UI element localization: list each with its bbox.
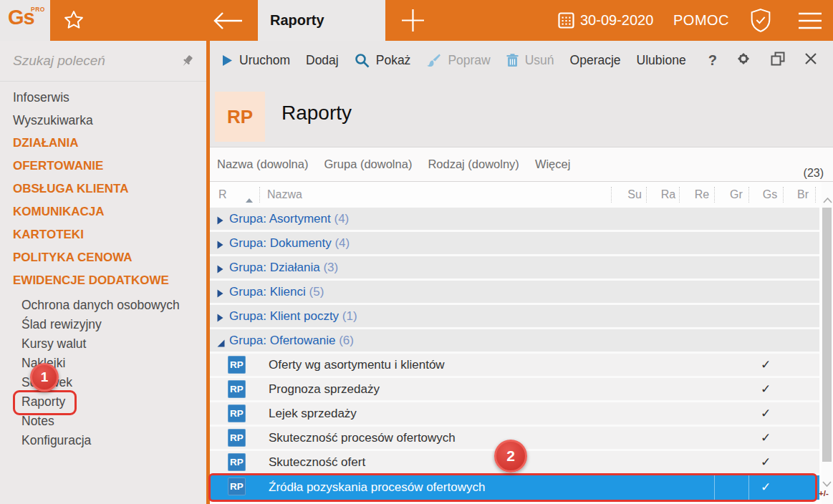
sidebar-item-ochrona-danych-osobowych[interactable]: Ochrona danych osobowych <box>0 296 206 315</box>
group-row-label: Grupa: Asortyment (4) <box>229 208 349 230</box>
shield-icon[interactable] <box>749 8 772 36</box>
toolbar-button-dodaj[interactable]: Dodaj <box>306 53 339 68</box>
column-header-r[interactable]: R <box>218 182 227 208</box>
report-row-lejek-sprzedaży[interactable]: RPLejek sprzedaży✓ <box>210 402 819 427</box>
toolbar-buttons: UruchomDodajPokażPoprawUsuńOperacjeUlubi… <box>222 53 702 68</box>
play-icon <box>222 54 233 67</box>
report-name: Skuteczność procesów ofertowych <box>269 427 456 449</box>
customize-gear-icon[interactable] <box>736 51 751 70</box>
sidebar-item-ofertowanie[interactable]: OFERTOWANIE <box>0 155 206 178</box>
app-logo[interactable]: Gs PRO <box>0 0 50 41</box>
annotation-badge-1: 1 <box>30 363 59 392</box>
column-header-ra[interactable]: Ra <box>652 182 685 208</box>
toolbar-button-operacje[interactable]: Operacje <box>570 53 621 68</box>
cascade-windows-icon[interactable] <box>770 51 786 70</box>
toolbar-button-label: Operacje <box>570 53 621 68</box>
filter-nazwa-dowolna[interactable]: Nazwa (dowolna) <box>217 147 308 180</box>
collapsed-triangle-icon[interactable] <box>217 312 223 325</box>
group-row-klient-poczty[interactable]: Grupa: Klient poczty (1) <box>210 305 819 329</box>
plus-minus-label: +/- <box>819 489 829 498</box>
group-prefix: Grupa: <box>229 236 266 250</box>
scrollbar-thumb[interactable] <box>822 208 832 462</box>
column-separator <box>611 187 612 203</box>
help-question-icon[interactable]: ? <box>708 52 717 69</box>
group-row-klienci[interactable]: Grupa: Klienci (5) <box>210 281 819 305</box>
group-name: Klient poczty <box>270 309 339 323</box>
filter-grupa-dowolna[interactable]: Grupa (dowolna) <box>324 147 412 180</box>
brush-icon <box>426 54 441 67</box>
tab-raporty[interactable]: Raporty <box>258 0 385 41</box>
report-row-prognoza-sprzedaży[interactable]: RPPrognoza sprzedaży✓ <box>210 378 819 402</box>
collapsed-triangle-icon[interactable] <box>217 215 223 228</box>
column-separator <box>783 187 784 203</box>
toolbar-button-pokaż[interactable]: Pokaż <box>355 53 411 68</box>
group-prefix: Grupa: <box>229 334 266 347</box>
column-separator <box>679 187 680 203</box>
sidebar-item-ewidencje-dodatkowe[interactable]: EWIDENCJE DODATKOWE <box>0 269 206 292</box>
filter-rodzaj-dowolny[interactable]: Rodzaj (dowolny) <box>428 147 519 180</box>
new-tab-plus-icon[interactable] <box>400 7 426 37</box>
group-prefix: Grupa: <box>229 212 266 226</box>
column-separator <box>748 187 749 203</box>
back-arrow-icon[interactable] <box>212 10 244 34</box>
favorites-star-icon[interactable] <box>63 9 85 34</box>
scroll-up-icon[interactable] <box>823 193 832 206</box>
toolbar-button-usuń[interactable]: Usuń <box>506 53 554 68</box>
report-row-źródła-pozyskania-procesów-ofertowych[interactable]: RPŹródła pozyskania procesów ofertowych✓ <box>210 475 819 500</box>
group-row-asortyment[interactable]: Grupa: Asortyment (4) <box>210 208 819 232</box>
group-name: Działania <box>270 261 320 274</box>
sidebar-item-polityka-cenowa[interactable]: POLITYKA CENOWA <box>0 246 206 269</box>
toolbar-button-popraw[interactable]: Popraw <box>426 53 490 68</box>
toolbar-button-ulubione[interactable]: Ulubione <box>637 53 686 68</box>
column-header-nazwa[interactable]: Nazwa <box>267 182 302 208</box>
sidebar-item-komunikacja[interactable]: KOMUNIKACJA <box>0 200 206 223</box>
filter-band: Nazwa (dowolna)Grupa (dowolna)Rodzaj (do… <box>210 147 833 182</box>
gs-checkmark: ✓ <box>749 475 782 500</box>
pin-icon[interactable] <box>179 53 195 72</box>
group-row-dokumenty[interactable]: Grupa: Dokumenty (4) <box>210 232 819 256</box>
application-window: Gs PRO Raporty 30-09-2020 POMOC Szukaj p… <box>0 0 833 504</box>
report-row-oferty-wg-asortymentu-i-klientów[interactable]: RPOferty wg asortymentu i klientów✓ <box>210 354 819 378</box>
sidebar-item-kartoteki[interactable]: KARTOTEKI <box>0 223 206 246</box>
collapsed-triangle-icon[interactable] <box>217 239 223 252</box>
report-name: Lejek sprzedaży <box>269 402 357 425</box>
toolbar-button-uruchom[interactable]: Uruchom <box>222 53 290 68</box>
annotation-rect-raporty <box>13 390 77 415</box>
app-logo-pro: PRO <box>31 6 45 13</box>
report-name: Źródła pozyskania procesów ofertowych <box>269 475 485 500</box>
sidebar-item-ślad-rewizyjny[interactable]: Ślad rewizyjny <box>0 315 206 334</box>
page-title: Raporty <box>281 79 352 147</box>
collapsed-triangle-icon[interactable] <box>217 288 223 301</box>
close-icon[interactable] <box>804 52 817 69</box>
command-search[interactable]: Szukaj poleceń <box>0 41 206 82</box>
entity-badge: RP <box>215 92 265 142</box>
sidebar-item-kursy-walut[interactable]: Kursy walut <box>0 334 206 354</box>
sidebar-item-infoserwis[interactable]: Infoserwis <box>0 86 206 109</box>
search-icon <box>355 53 370 68</box>
sort-ascending-icon <box>246 193 253 205</box>
vertical-scrollbar[interactable] <box>822 182 833 504</box>
group-row-ofertowanie[interactable]: Grupa: Ofertowanie (6) <box>210 329 819 354</box>
cell-separator <box>748 475 749 500</box>
gs-checkmark: ✓ <box>749 378 782 400</box>
sidebar-item-obsługa-klienta[interactable]: OBSŁUGA KLIENTA <box>0 178 206 200</box>
group-name: Ofertowanie <box>270 334 336 347</box>
help-menu[interactable]: POMOC <box>673 0 729 40</box>
filter-więcej[interactable]: Więcej <box>535 147 571 180</box>
group-row-label: Grupa: Klient poczty (1) <box>229 305 357 327</box>
current-date[interactable]: 30-09-2020 <box>580 0 653 40</box>
collapsed-triangle-icon[interactable] <box>217 263 223 276</box>
grid-header: R Nazwa SuRaReGrGsBr <box>210 182 822 208</box>
sidebar-item-wyszukiwarka[interactable]: Wyszukiwarka <box>0 109 206 132</box>
toolbar-button-label: Usuń <box>525 53 554 68</box>
scroll-down-icon[interactable] <box>822 477 832 490</box>
sidebar-item-działania[interactable]: DZIAŁANIA <box>0 132 206 155</box>
sidebar-item-konfiguracja[interactable]: Konfiguracja <box>0 431 206 450</box>
hamburger-menu-icon[interactable] <box>798 11 822 33</box>
expanded-triangle-icon[interactable] <box>217 337 225 350</box>
column-header-gs[interactable]: Gs <box>753 182 786 208</box>
calendar-icon[interactable] <box>558 12 574 32</box>
group-row-działania[interactable]: Grupa: Działania (3) <box>210 256 819 281</box>
report-name: Skuteczność ofert <box>269 451 365 473</box>
group-row-label: Grupa: Działania (3) <box>229 256 338 278</box>
